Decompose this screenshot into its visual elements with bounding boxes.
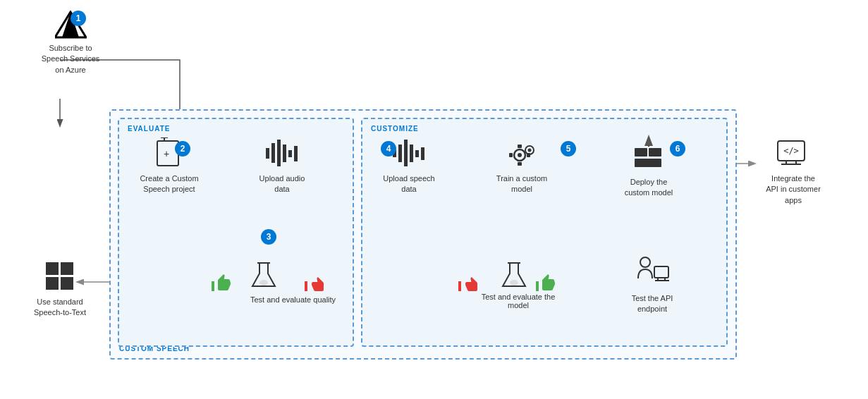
thumb-up-model bbox=[534, 271, 556, 295]
step6-deploy-label: Deploy the custom model bbox=[625, 177, 673, 199]
svg-point-41 bbox=[518, 153, 522, 157]
thumb-down-evaluate bbox=[303, 271, 324, 295]
test-evaluate-label: Test and evaluate quality bbox=[250, 295, 336, 304]
svg-rect-36 bbox=[404, 140, 408, 166]
badge-6: 6 bbox=[670, 141, 685, 156]
integrate-icon: </> bbox=[776, 137, 811, 169]
svg-rect-50 bbox=[635, 159, 661, 167]
step2-node: + Create a Custom Speech project bbox=[137, 137, 201, 195]
evaluate-label: EVALUATE bbox=[128, 125, 170, 133]
svg-rect-43 bbox=[518, 162, 522, 166]
integrate-api-node: </> Integrate the API in customer apps bbox=[758, 137, 829, 206]
speech-wave-icon bbox=[391, 137, 427, 169]
badge-1: 1 bbox=[71, 11, 86, 26]
step2-label: Create a Custom Speech project bbox=[140, 173, 198, 195]
badge-5: 5 bbox=[561, 141, 576, 156]
step1-label: Subscribe to Speech Services on Azure bbox=[42, 43, 100, 75]
svg-rect-31 bbox=[294, 146, 298, 161]
svg-rect-27 bbox=[271, 143, 275, 163]
svg-rect-26 bbox=[266, 148, 269, 159]
svg-rect-48 bbox=[635, 148, 647, 156]
flask-model-icon bbox=[501, 259, 527, 294]
svg-point-57 bbox=[510, 280, 518, 286]
test-api-label: Test the API endpoint bbox=[632, 293, 673, 315]
svg-rect-44 bbox=[509, 153, 513, 157]
svg-rect-39 bbox=[421, 147, 424, 160]
train-model-node: Train a custom model bbox=[490, 137, 554, 195]
svg-rect-28 bbox=[277, 140, 281, 166]
thumb-down-model bbox=[457, 271, 478, 295]
badge-4: 4 bbox=[381, 141, 396, 156]
svg-point-47 bbox=[528, 149, 532, 152]
svg-rect-30 bbox=[288, 150, 292, 157]
svg-rect-65 bbox=[61, 277, 73, 290]
integrate-api-label: Integrate the API in customer apps bbox=[766, 173, 821, 206]
svg-rect-37 bbox=[410, 145, 413, 162]
svg-rect-59 bbox=[654, 266, 668, 278]
svg-text:</>: </> bbox=[783, 146, 799, 156]
audio-wave-icon bbox=[264, 137, 300, 169]
gear-icon bbox=[504, 137, 539, 169]
step5-train-label: Train a custom model bbox=[496, 173, 547, 195]
deploy-icon bbox=[631, 134, 666, 173]
svg-rect-38 bbox=[415, 150, 419, 157]
svg-point-58 bbox=[640, 257, 650, 267]
badge-2: 2 bbox=[175, 141, 190, 156]
svg-text:+: + bbox=[163, 148, 169, 159]
svg-point-33 bbox=[259, 280, 268, 286]
svg-rect-49 bbox=[649, 148, 661, 156]
api-endpoint-icon bbox=[635, 254, 670, 289]
standard-speech-label: Use standard Speech-to-Text bbox=[34, 297, 86, 319]
diagram-container: Subscribe to Speech Services on Azure 1 … bbox=[0, 0, 868, 399]
customize-label: CUSTOMIZE bbox=[371, 125, 419, 133]
upload-audio-label: Upload audio data bbox=[259, 173, 305, 195]
badge-3: 3 bbox=[261, 229, 276, 245]
svg-rect-35 bbox=[398, 145, 402, 162]
svg-rect-64 bbox=[46, 277, 59, 290]
standard-speech-icon bbox=[44, 261, 76, 293]
svg-rect-63 bbox=[61, 262, 73, 275]
svg-rect-62 bbox=[46, 262, 59, 275]
step4-label: Upload speech data bbox=[383, 173, 434, 195]
test-api-node: Test the API endpoint bbox=[621, 254, 684, 315]
svg-rect-29 bbox=[283, 145, 286, 162]
svg-rect-42 bbox=[518, 145, 522, 148]
upload-audio-node: Upload audio data bbox=[250, 137, 314, 195]
standard-speech-node: Use standard Speech-to-Text bbox=[25, 261, 95, 319]
thumb-up-evaluate bbox=[210, 271, 231, 295]
